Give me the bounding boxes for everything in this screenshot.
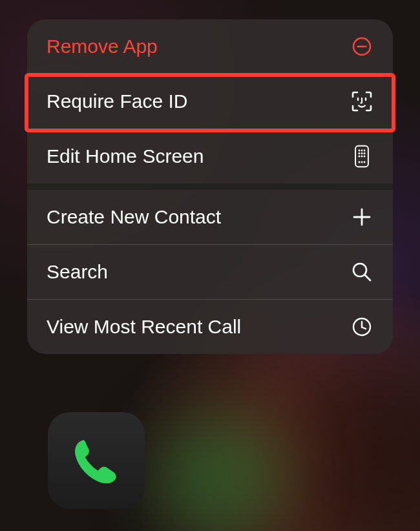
phone-app-icon[interactable] bbox=[48, 412, 145, 509]
svg-point-5 bbox=[359, 150, 361, 152]
svg-point-10 bbox=[364, 152, 366, 154]
svg-line-20 bbox=[365, 275, 370, 280]
svg-line-23 bbox=[362, 328, 366, 329]
svg-point-15 bbox=[361, 161, 363, 163]
view-most-recent-call-item[interactable]: View Most Recent Call bbox=[27, 300, 393, 354]
svg-point-6 bbox=[361, 150, 363, 152]
menu-item-label: Edit Home Screen bbox=[47, 145, 204, 167]
svg-point-16 bbox=[364, 161, 366, 163]
svg-point-13 bbox=[364, 156, 366, 158]
phone-icon bbox=[68, 433, 124, 488]
menu-item-label: Create New Contact bbox=[47, 206, 221, 228]
edit-home-screen-item[interactable]: Edit Home Screen bbox=[27, 129, 393, 190]
svg-point-8 bbox=[359, 152, 361, 154]
menu-item-label: Search bbox=[47, 261, 108, 283]
require-face-id-item[interactable]: Require Face ID bbox=[27, 74, 393, 129]
context-menu: Remove App Require Face ID Edit Home Scr bbox=[27, 19, 393, 354]
svg-point-11 bbox=[359, 156, 361, 158]
plus-icon bbox=[350, 205, 373, 229]
search-item[interactable]: Search bbox=[27, 245, 393, 300]
menu-item-label: Remove App bbox=[47, 36, 158, 57]
svg-point-12 bbox=[361, 156, 363, 158]
menu-item-label: Require Face ID bbox=[47, 90, 187, 112]
create-new-contact-item[interactable]: Create New Contact bbox=[27, 190, 393, 245]
svg-point-9 bbox=[361, 152, 363, 154]
svg-point-7 bbox=[364, 150, 366, 152]
clock-icon bbox=[350, 315, 373, 338]
face-id-icon bbox=[350, 90, 373, 113]
minus-circle-icon bbox=[350, 35, 373, 58]
svg-point-14 bbox=[359, 161, 361, 163]
remove-app-item[interactable]: Remove App bbox=[27, 19, 393, 74]
svg-point-19 bbox=[353, 264, 366, 276]
magnifying-glass-icon bbox=[350, 260, 373, 284]
menu-item-label: View Most Recent Call bbox=[47, 316, 241, 338]
apps-grid-icon bbox=[350, 145, 373, 168]
